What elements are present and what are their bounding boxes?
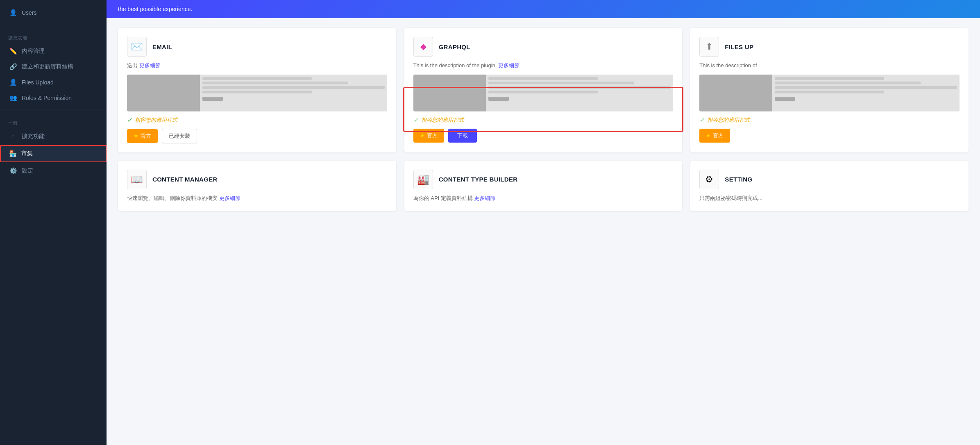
check-icon: ✓ bbox=[127, 116, 132, 124]
sidebar-item-label: 擴充功能 bbox=[22, 133, 45, 140]
plugin-card-settings: ⚙ SETTING 只需兩組祕密碼時則完成... bbox=[690, 161, 969, 211]
sidebar-section-general: 一般 ≡ 擴充功能 🏪 市集 ⚙️ 設定 bbox=[0, 113, 107, 179]
plugin-card-graphql: ◆ GRAPHQL This is the description of the… bbox=[404, 28, 683, 152]
settings-plugin-icon: ⚙ bbox=[699, 170, 719, 189]
preview-line bbox=[488, 91, 598, 93]
settings-plugin-desc: 只需兩組祕密碼時則完成... bbox=[699, 194, 960, 202]
email-plugin-title: EMAIL bbox=[152, 43, 172, 50]
preview-line bbox=[488, 77, 598, 80]
sidebar-item-plugins[interactable]: ≡ 擴充功能 bbox=[0, 129, 107, 144]
plugin-header-graphql: ◆ GRAPHQL bbox=[413, 37, 674, 57]
graphql-official-button[interactable]: ★ 官方 bbox=[413, 129, 444, 143]
plugin-header-settings: ⚙ SETTING bbox=[699, 170, 960, 189]
email-installed-button[interactable]: 已經安裝 bbox=[162, 129, 197, 143]
content-type-builder-plugin-desc: 為你的 API 定義資料結構 更多細節 bbox=[413, 194, 674, 202]
sidebar-section-extensions: 擴充功能 ✏️ 內容管理 🔗 建立和更新資料結構 👤 Files Upload … bbox=[0, 27, 107, 106]
email-plugin-preview bbox=[127, 75, 387, 111]
email-official-button[interactable]: ★ 官方 bbox=[127, 129, 158, 143]
graphql-plugin-preview bbox=[413, 75, 674, 111]
content-type-builder-plugin-title: CONTENT TYPE BUILDER bbox=[439, 176, 518, 183]
preview-line bbox=[775, 82, 921, 84]
content-manager-plugin-title: CONTENT MANAGER bbox=[152, 176, 218, 183]
content-type-builder-more-detail-link[interactable]: 更多細節 bbox=[474, 195, 495, 201]
marketplace-icon: 🏪 bbox=[9, 150, 16, 157]
sidebar-item-files-upload[interactable]: 👤 Files Upload bbox=[0, 75, 107, 90]
plugin-card-email: ✉️ EMAIL 送出 更多細節 ✓ 相容您的應用程式 bbox=[118, 28, 396, 152]
files-upload-compat: ✓ 相容您的應用程式 bbox=[699, 116, 960, 124]
sidebar-item-label: 設定 bbox=[22, 167, 33, 175]
section-label-general: 一般 bbox=[0, 113, 107, 129]
sidebar-item-settings[interactable]: ⚙️ 設定 bbox=[0, 163, 107, 179]
star-icon: ★ bbox=[134, 133, 138, 139]
group-icon: 👥 bbox=[9, 94, 17, 102]
plugin-grid: ✉️ EMAIL 送出 更多細節 ✓ 相容您的應用程式 bbox=[107, 18, 980, 445]
preview-button-mock bbox=[775, 97, 795, 101]
files-upload-plugin-actions: ★ 官方 bbox=[699, 129, 960, 143]
files-upload-plugin-desc: This is the description of bbox=[699, 61, 960, 70]
sidebar-item-users[interactable]: 👤 Users bbox=[0, 5, 107, 20]
content-manager-plugin-desc: 快速瀏覽、編輯、刪除你資料庫的機安 更多細節 bbox=[127, 194, 387, 202]
plugin-card-content-type-builder: 🏭 CONTENT TYPE BUILDER 為你的 API 定義資料結構 更多… bbox=[404, 161, 683, 211]
email-plugin-icon: ✉️ bbox=[127, 37, 147, 57]
content-manager-more-detail-link[interactable]: 更多細節 bbox=[219, 195, 240, 201]
plugin-header-content-type-builder: 🏭 CONTENT TYPE BUILDER bbox=[413, 170, 674, 189]
section-label-extensions: 擴充功能 bbox=[0, 27, 107, 43]
upload-icon: 👤 bbox=[9, 79, 17, 86]
sidebar-item-label: Roles & Permission bbox=[22, 95, 72, 101]
banner: the best possible experience. bbox=[107, 0, 980, 18]
graphql-download-button[interactable]: 下載 bbox=[448, 129, 477, 143]
settings-plugin-title: SETTING bbox=[725, 176, 752, 183]
preview-line bbox=[488, 82, 634, 84]
preview-line bbox=[488, 86, 671, 89]
users-icon: 👤 bbox=[9, 9, 17, 16]
email-plugin-desc: 送出 更多細節 bbox=[127, 61, 387, 70]
preview-button-mock bbox=[488, 97, 509, 101]
sidebar-item-roles-permission[interactable]: 👥 Roles & Permission bbox=[0, 90, 107, 106]
plugin-card-files-upload: ⬆ FILES UP This is the description of ✓ … bbox=[690, 28, 969, 152]
sidebar-item-content-manager[interactable]: ✏️ 內容管理 bbox=[0, 43, 107, 59]
files-upload-plugin-title: FILES UP bbox=[725, 43, 753, 50]
star-icon: ★ bbox=[706, 132, 711, 138]
files-upload-plugin-icon: ⬆ bbox=[699, 37, 719, 57]
files-upload-plugin-preview bbox=[699, 75, 960, 111]
preview-content bbox=[486, 75, 673, 111]
sidebar-item-label: 內容管理 bbox=[22, 48, 45, 55]
preview-sidebar bbox=[413, 75, 486, 111]
preview-line bbox=[202, 86, 385, 89]
preview-content bbox=[200, 75, 387, 111]
graphql-plugin-desc: This is the description of the plugin. 更… bbox=[413, 61, 674, 70]
sidebar-divider-2 bbox=[0, 109, 107, 109]
star-icon: ★ bbox=[420, 132, 425, 138]
preview-line bbox=[775, 86, 957, 89]
email-compat: ✓ 相容您的應用程式 bbox=[127, 116, 387, 124]
sidebar-item-label: 市集 bbox=[21, 150, 33, 157]
email-more-detail-link[interactable]: 更多細節 bbox=[139, 62, 161, 68]
check-icon: ✓ bbox=[413, 116, 419, 124]
plugin-header-files-upload: ⬆ FILES UP bbox=[699, 37, 960, 57]
preview-button-mock bbox=[202, 97, 223, 101]
graphql-more-detail-link[interactable]: 更多細節 bbox=[498, 62, 519, 68]
content-type-builder-plugin-icon: 🏭 bbox=[413, 170, 433, 189]
pencil-icon: ✏️ bbox=[9, 48, 17, 55]
list-icon: ≡ bbox=[9, 133, 17, 140]
banner-text: the best possible experience. bbox=[118, 6, 192, 12]
sidebar-item-label: Files Upload bbox=[22, 79, 54, 86]
content-manager-plugin-icon: 📖 bbox=[127, 170, 147, 189]
graphql-plugin-title: GRAPHQL bbox=[439, 43, 470, 50]
email-plugin-actions: ★ 官方 已經安裝 bbox=[127, 129, 387, 143]
preview-line bbox=[202, 82, 348, 84]
graphql-compat: ✓ 相容您的應用程式 bbox=[413, 116, 674, 124]
main-content: the best possible experience. ✉️ EMAIL 送… bbox=[107, 0, 980, 445]
graphql-plugin-actions: ★ 官方 下載 bbox=[413, 129, 674, 143]
plugin-card-content-manager: 📖 CONTENT MANAGER 快速瀏覽、編輯、刪除你資料庫的機安 更多細節 bbox=[118, 161, 396, 211]
preview-sidebar bbox=[127, 75, 200, 111]
plugin-header-content-manager: 📖 CONTENT MANAGER bbox=[127, 170, 387, 189]
sidebar: 👤 Users 擴充功能 ✏️ 內容管理 🔗 建立和更新資料結構 👤 Files… bbox=[0, 0, 107, 445]
sidebar-item-content-type-builder[interactable]: 🔗 建立和更新資料結構 bbox=[0, 59, 107, 75]
preview-sidebar bbox=[699, 75, 772, 111]
preview-content bbox=[772, 75, 960, 111]
files-upload-official-button[interactable]: ★ 官方 bbox=[699, 129, 730, 143]
gear-icon: ⚙️ bbox=[9, 167, 17, 175]
sidebar-item-marketplace[interactable]: 🏪 市集 bbox=[0, 145, 107, 162]
plugin-header-email: ✉️ EMAIL bbox=[127, 37, 387, 57]
